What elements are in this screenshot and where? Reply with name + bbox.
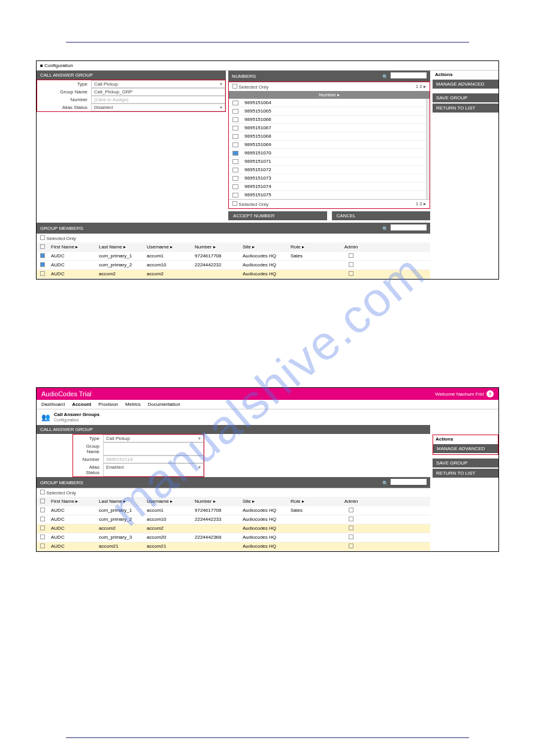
members-search-input[interactable] [391,224,427,230]
admin-checkbox[interactable] [349,517,353,521]
row-checkbox[interactable] [40,253,45,258]
col-role[interactable]: Role ▸ [288,244,336,250]
nav-dashboard[interactable]: Dashboard [41,402,65,407]
number-row[interactable]: 9895151066 [229,116,426,124]
col-site-2[interactable]: Site ▸ [240,499,288,505]
number-checkbox[interactable] [232,184,238,189]
col-username-2[interactable]: Username ▸ [144,499,192,505]
col-admin[interactable]: Admin [336,244,366,250]
type-select-2[interactable]: Call Pickup [103,435,204,442]
table-row[interactable]: AUDCaccom2accom2Audiocodes HQ [37,270,430,279]
nav-account[interactable]: Account [72,402,91,407]
return-to-list-button[interactable]: RETURN TO LIST [433,104,498,113]
selected-only-checkbox[interactable] [232,84,237,89]
col-last-name-2[interactable]: Last Name ▸ [96,499,144,505]
nav-metrics[interactable]: Metrics [125,402,141,407]
table-row[interactable]: AUDCcom_primary_2accom102224442233Audioc… [37,515,430,524]
number-checkbox[interactable] [232,126,238,130]
number-row[interactable]: 9895151075 [229,191,426,199]
admin-checkbox[interactable] [349,271,353,276]
col-username[interactable]: Username ▸ [144,244,192,250]
row-checkbox[interactable] [40,526,45,530]
manage-advanced-button-2[interactable]: MANAGE ADVANCED [433,444,498,453]
number-row[interactable]: 9895151073 [229,174,426,183]
col-site[interactable]: Site ▸ [240,244,288,250]
col-first-name-2[interactable]: First Name ▸ [49,499,96,505]
number-row[interactable]: 9895151071 [229,157,426,166]
save-group-button-2[interactable]: SAVE GROUP [433,459,498,467]
accept-number-button[interactable]: ACCEPT NUMBER [228,211,327,220]
row-checkbox[interactable] [40,271,45,276]
col-last-name[interactable]: Last Name ▸ [96,244,144,250]
admin-checkbox[interactable] [349,526,353,530]
number-checkbox[interactable] [232,142,238,147]
table-row[interactable]: AUDCaccom2accom2Audiocodes HQ [37,524,430,533]
col-admin-2[interactable]: Admin [336,499,366,505]
alias-status-select[interactable]: Disabled [91,104,225,111]
number-row[interactable]: 9895151065 [229,107,426,116]
number-row[interactable]: 9895151069 [229,141,426,149]
search-icon[interactable] [382,226,391,232]
admin-checkbox[interactable] [349,262,353,267]
table-row[interactable]: AUDCcom_primary_1accom19724617708Audioco… [37,252,430,261]
scrollbar[interactable] [426,99,430,199]
members-selected-only-checkbox-2[interactable] [40,490,45,494]
row-checkbox[interactable] [40,535,45,539]
help-icon[interactable]: ? [486,390,494,397]
number-checkbox[interactable] [232,109,238,114]
alias-status-select-2[interactable]: Enabled [103,463,204,476]
number-input-2[interactable]: 9895152119 [103,456,204,463]
number-row[interactable]: 9895151072 [229,166,426,174]
number-checkbox[interactable] [232,151,238,156]
search-icon[interactable] [382,481,391,486]
number-row[interactable]: 9895151074 [229,183,426,191]
number-row[interactable]: 9895151064 [229,99,426,107]
row-checkbox[interactable] [40,544,45,548]
col-number-2[interactable]: Number ▸ [192,499,240,505]
admin-checkbox[interactable] [349,535,353,539]
table-row[interactable]: AUDCcom_primary_2accom102224442232Audioc… [37,261,430,270]
number-checkbox[interactable] [232,193,238,198]
config-tab[interactable]: ■ Configuration [37,61,498,71]
select-all-checkbox-2[interactable] [40,499,45,503]
members-selected-only-checkbox[interactable] [40,235,45,240]
table-row[interactable]: AUDCcom_primary_3accom202224442368Audioc… [37,533,430,542]
admin-checkbox[interactable] [349,253,353,258]
crumb-main[interactable]: Call Answer Groups [54,412,99,417]
pager-bottom[interactable]: 1 2 ▸ [416,201,426,207]
number-input[interactable]: (Click to Assign) [91,96,225,104]
nav-provision[interactable]: Provision [98,402,118,407]
type-select[interactable]: Call Pickup [91,80,225,88]
admin-checkbox[interactable] [349,544,353,548]
admin-checkbox[interactable] [349,508,353,512]
return-to-list-button-2[interactable]: RETURN TO LIST [433,469,498,478]
select-all-checkbox[interactable] [40,244,45,249]
table-row[interactable]: AUDCcom_primary_1accom19724617708Audioco… [37,506,430,515]
numbers-search-input[interactable] [391,72,427,78]
number-checkbox[interactable] [232,176,238,181]
table-row[interactable]: AUDCaccom21accom21Audiocodes HQ [37,542,430,551]
number-checkbox[interactable] [232,101,238,105]
save-group-button[interactable]: SAVE GROUP [433,93,498,102]
cancel-button[interactable]: CANCEL [332,211,430,220]
col-number[interactable]: Number ▸ [192,244,240,250]
number-checkbox[interactable] [232,159,238,164]
nav-documentation[interactable]: Documentation [148,402,180,407]
col-first-name[interactable]: First Name ▸ [49,244,96,250]
row-checkbox[interactable] [40,508,45,512]
search-icon[interactable] [382,74,391,80]
row-checkbox[interactable] [40,517,45,521]
row-checkbox[interactable] [40,262,45,267]
number-row[interactable]: 9895151068 [229,132,426,141]
group-name-input[interactable]: Call_Pickup_GRP [91,88,225,96]
group-name-input-2[interactable] [103,442,204,456]
members-search-input-2[interactable] [391,479,427,485]
number-column-header[interactable]: Number ▸ [229,91,430,99]
number-row[interactable]: 9895151070 [229,149,426,157]
col-role-2[interactable]: Role ▸ [288,499,336,505]
number-row[interactable]: 9895151067 [229,124,426,132]
number-checkbox[interactable] [232,168,238,172]
manage-advanced-button[interactable]: MANAGE ADVANCED [433,80,498,89]
selected-only-checkbox-bot[interactable] [232,201,237,206]
number-checkbox[interactable] [232,134,238,139]
